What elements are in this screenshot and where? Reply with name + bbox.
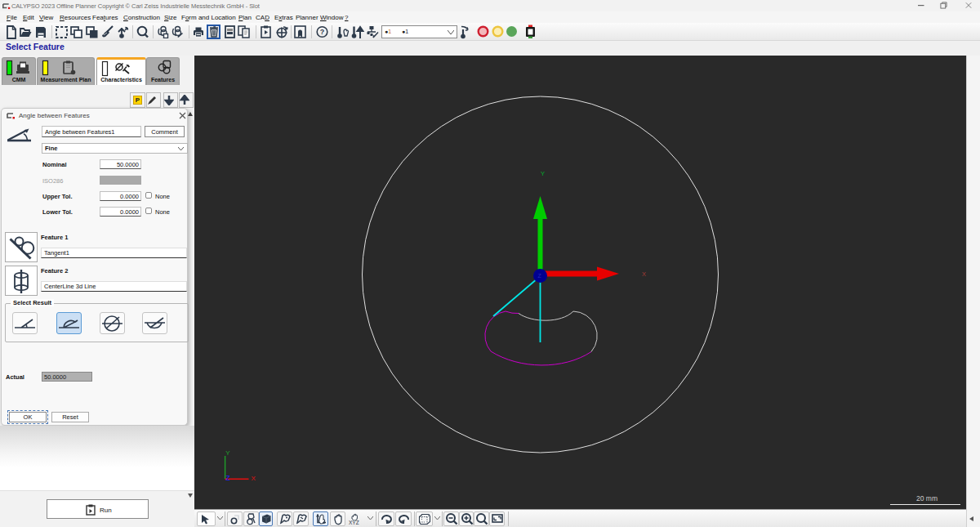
- svg-text:Z: Z: [226, 474, 230, 482]
- svg-text:Z: Z: [538, 273, 542, 279]
- svg-text:Y: Y: [541, 170, 545, 177]
- svg-text:X: X: [252, 475, 256, 482]
- svg-text:?: ?: [320, 28, 325, 36]
- svg-text:X: X: [642, 270, 646, 278]
- svg-text:20 mm: 20 mm: [916, 494, 938, 502]
- svg-text:Y: Y: [225, 449, 230, 457]
